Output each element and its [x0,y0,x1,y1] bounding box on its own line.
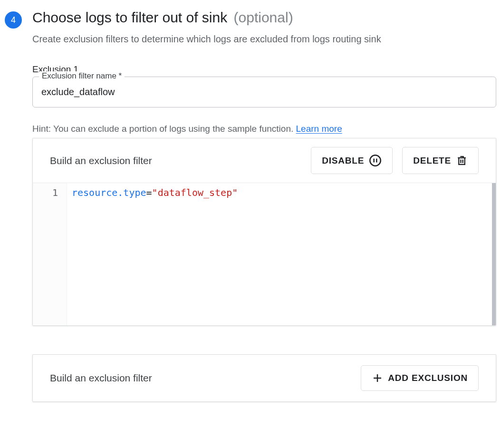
add-exclusion-panel: Build an exclusion filter ADD EXCLUSION [32,354,496,402]
plus-icon [372,372,383,384]
exclusion-name-input[interactable] [32,77,496,107]
disable-button-label: DISABLE [322,156,364,166]
exclusion-name-label: Exclusion filter name * [39,71,125,81]
code-gutter: 1 [33,183,67,325]
learn-more-link[interactable]: Learn more [296,124,342,134]
exclusion-filter-panel: Build an exclusion filter DISABLE DELETE [32,138,496,326]
section-title-row: Choose logs to filter out of sink (optio… [32,10,496,26]
code-identifier: resource.type [72,187,146,198]
pause-circle-icon [369,154,382,167]
add-panel-title: Build an exclusion filter [50,372,152,384]
code-string: "dataflow_step" [152,187,238,198]
section-title-optional: (optional) [234,10,293,25]
code-editor[interactable]: 1 resource.type="dataflow_step" [33,183,496,325]
exclusion-name-field-wrapper: Exclusion filter name * [32,77,496,107]
code-operator: = [146,187,152,198]
disable-button[interactable]: DISABLE [311,147,393,174]
svg-point-0 [370,155,381,166]
section-subtitle: Create exclusion filters to determine wh… [32,32,496,46]
editor-panel-title: Build an exclusion filter [50,155,152,166]
line-number: 1 [37,187,58,198]
section-title: Choose logs to filter out of sink [32,10,227,25]
step-number-badge: 4 [5,11,22,29]
delete-button[interactable]: DELETE [402,147,479,174]
code-content[interactable]: resource.type="dataflow_step" [67,183,496,325]
hint-text: Hint: You can exclude a portion of logs … [32,124,296,134]
delete-button-label: DELETE [413,156,451,166]
add-exclusion-label: ADD EXCLUSION [388,373,468,383]
hint-text-row: Hint: You can exclude a portion of logs … [32,124,496,134]
trash-icon [456,154,468,167]
step-number: 4 [11,15,16,25]
add-exclusion-button[interactable]: ADD EXCLUSION [361,365,479,391]
